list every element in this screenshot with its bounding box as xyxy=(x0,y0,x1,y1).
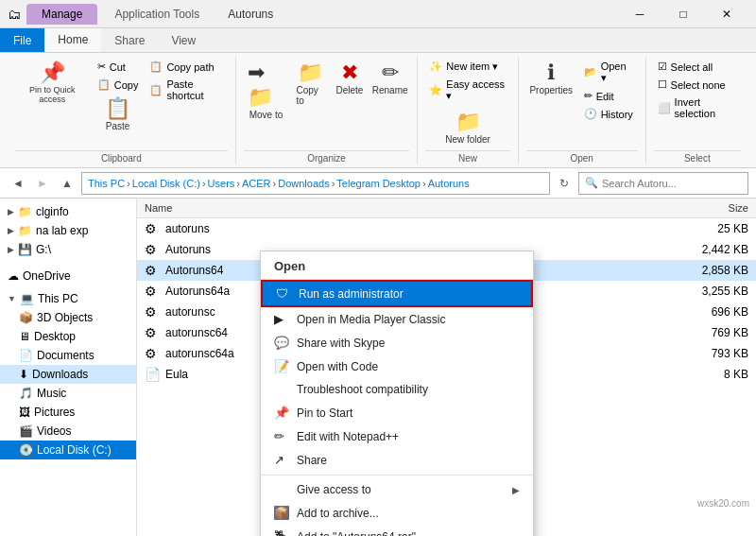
ribbon-content: 📌 Pin to Quick access ✂ Cut 📋 Copy 📋 Pas… xyxy=(0,53,756,168)
nav-item-documents[interactable]: 📄 Documents xyxy=(0,346,136,365)
ctx-run-as-admin[interactable]: 🛡 Run as administrator xyxy=(261,280,533,307)
breadcrumb-acer[interactable]: ACER xyxy=(242,178,271,189)
ctx-item-label: Give access to xyxy=(297,483,371,496)
clipboard-label: Clipboard xyxy=(15,150,228,164)
nav-item-pictures[interactable]: 🖼 Pictures xyxy=(0,403,136,422)
edit-button[interactable]: ✏ Edit xyxy=(580,88,638,104)
rename-icon: ✏ xyxy=(382,61,399,85)
ctx-share[interactable]: ↗ Share xyxy=(261,448,533,472)
cut-icon: ✂ xyxy=(97,61,106,73)
new-item-icon: ✨ xyxy=(429,61,442,73)
app-tools-tab[interactable]: Application Tools xyxy=(99,4,215,25)
copy-path-button[interactable]: 📋 Copy path xyxy=(146,59,227,75)
window-icon: 🗂 xyxy=(8,7,21,22)
nav-label: This PC xyxy=(38,292,78,305)
pin-to-quick-access-button[interactable]: 📌 Pin to Quick access xyxy=(15,59,90,106)
file-list-header: Name Size xyxy=(137,199,756,218)
rename-button[interactable]: ✏ Rename xyxy=(370,59,409,97)
close-button[interactable]: ✕ xyxy=(705,0,748,28)
file-tab[interactable]: File xyxy=(0,28,44,52)
maximize-button[interactable]: □ xyxy=(662,0,705,28)
new-item-button[interactable]: ✨ New item ▾ xyxy=(425,59,509,75)
expand-icon: ▶ xyxy=(8,207,14,216)
copy-button[interactable]: 📋 Copy xyxy=(94,77,143,93)
breadcrumb-downloads[interactable]: Downloads xyxy=(278,178,329,189)
nav-item-3dobjects[interactable]: 📦 3D Objects xyxy=(0,308,136,327)
manage-tab[interactable]: Manage xyxy=(26,4,97,25)
file-size: 769 KB xyxy=(673,326,748,339)
minimize-button[interactable]: ─ xyxy=(618,0,662,28)
nav-item-nalab[interactable]: ▶ 📁 na lab exp xyxy=(0,221,136,240)
back-button[interactable]: ◄ xyxy=(8,173,28,194)
breadcrumb-autoruns[interactable]: Autoruns xyxy=(428,178,470,189)
ctx-open-media-player[interactable]: ▶ Open in Media Player Classic xyxy=(261,307,533,331)
ribbon-tabs: File Home Share View xyxy=(0,28,756,53)
paste-button[interactable]: 📋 Paste xyxy=(94,95,143,133)
cut-button[interactable]: ✂ Cut xyxy=(94,59,143,75)
nav-pane: ▶ 📁 clginfo ▶ 📁 na lab exp ▶ 💾 G:\ ☁ One… xyxy=(0,199,137,536)
documents-icon: 📄 xyxy=(19,349,33,362)
breadcrumb-localdisk[interactable]: Local Disk (C:) xyxy=(132,178,200,189)
ctx-add-archive[interactable]: 📦 Add to archive... xyxy=(261,501,533,525)
select-none-button[interactable]: ☐ Select none xyxy=(654,77,741,93)
breadcrumb-users[interactable]: Users xyxy=(208,178,235,189)
nav-label: G:\ xyxy=(36,243,51,256)
refresh-button[interactable]: ↻ xyxy=(554,173,575,194)
breadcrumb[interactable]: This PC › Local Disk (C:) › Users › ACER… xyxy=(81,172,550,195)
main-area: ▶ 📁 clginfo ▶ 📁 na lab exp ▶ 💾 G:\ ☁ One… xyxy=(0,199,756,536)
nav-item-localdisk[interactable]: 💽 Local Disk (C:) xyxy=(0,441,136,459)
nav-item-music[interactable]: 🎵 Music xyxy=(0,384,136,403)
file-icon: ⚙ xyxy=(145,346,162,361)
view-tab[interactable]: View xyxy=(158,28,209,52)
select-label: Select xyxy=(654,150,741,164)
nav-label: 3D Objects xyxy=(37,311,93,324)
breadcrumb-thispc[interactable]: This PC xyxy=(88,178,125,189)
size-column-header[interactable]: Size xyxy=(677,200,752,216)
ctx-item-label: Open in Media Player Classic xyxy=(297,313,445,326)
ctx-add-rar[interactable]: 🗜 Add to "Autoruns64.rar" xyxy=(261,525,533,536)
select-all-button[interactable]: ☑ Select all xyxy=(654,59,741,75)
nav-item-clginfo[interactable]: ▶ 📁 clginfo xyxy=(0,202,136,221)
nav-item-desktop[interactable]: 🖥 Desktop xyxy=(0,327,136,346)
history-button[interactable]: 🕐 History xyxy=(580,106,638,122)
easy-access-button[interactable]: ⭐ Easy access ▾ xyxy=(425,77,509,104)
up-button[interactable]: ▲ xyxy=(57,173,77,194)
breadcrumb-telegram[interactable]: Telegram Desktop xyxy=(336,178,421,189)
new-folder-icon: 📁 xyxy=(455,110,481,134)
ctx-edit-notepad[interactable]: ✏ Edit with Notepad++ xyxy=(261,424,533,448)
invert-selection-button[interactable]: ⬜ Invert selection xyxy=(654,95,741,121)
nav-item-videos[interactable]: 🎬 Videos xyxy=(0,422,136,441)
share-tab[interactable]: Share xyxy=(101,28,158,52)
ctx-share-skype[interactable]: 💬 Share with Skype xyxy=(261,331,533,354)
forward-button[interactable]: ► xyxy=(32,173,53,194)
new-folder-button[interactable]: 📁 New folder xyxy=(425,106,509,148)
file-size: 3,255 KB xyxy=(673,285,748,298)
ctx-item-label: Add to "Autoruns64.rar" xyxy=(297,530,416,537)
properties-button[interactable]: ℹ Properties xyxy=(526,59,576,97)
name-column-header[interactable]: Name xyxy=(141,200,677,216)
nav-item-downloads[interactable]: ⬇ Downloads xyxy=(0,365,136,384)
delete-icon: ✖ xyxy=(341,61,358,85)
clipboard-group: 📌 Pin to Quick access ✂ Cut 📋 Copy 📋 Pas… xyxy=(8,57,236,164)
expand-icon: ▼ xyxy=(8,294,16,303)
ctx-give-access[interactable]: Give access to ▶ xyxy=(261,478,533,501)
ctx-pin-start[interactable]: 📌 Pin to Start xyxy=(261,401,533,424)
ctx-troubleshoot[interactable]: Troubleshoot compatibility xyxy=(261,378,533,401)
copy-to-button[interactable]: 📁 Copy to xyxy=(292,59,328,108)
rar-icon: 🗜 xyxy=(274,529,289,536)
nav-label: Desktop xyxy=(34,330,76,343)
file-row[interactable]: ⚙ autoruns 25 KB xyxy=(137,218,756,239)
move-to-button[interactable]: ➡📁 Move to xyxy=(244,59,289,122)
search-input[interactable] xyxy=(602,178,742,189)
new-label: New xyxy=(425,150,509,164)
open-button[interactable]: 📂 Open ▾ xyxy=(580,59,638,86)
ctx-open-code[interactable]: 📝 Open with Code xyxy=(261,354,533,378)
nav-item-g[interactable]: ▶ 💾 G:\ xyxy=(0,240,136,259)
nav-item-onedrive[interactable]: ☁ OneDrive xyxy=(0,267,136,285)
paste-shortcut-button[interactable]: 📋 Paste shortcut xyxy=(146,77,227,103)
file-size: 8 KB xyxy=(673,368,748,381)
notepad-icon: ✏ xyxy=(274,429,289,443)
nav-item-thispc[interactable]: ▼ 💻 This PC xyxy=(0,289,136,308)
home-tab[interactable]: Home xyxy=(44,28,101,52)
delete-button[interactable]: ✖ Delete xyxy=(333,59,367,97)
